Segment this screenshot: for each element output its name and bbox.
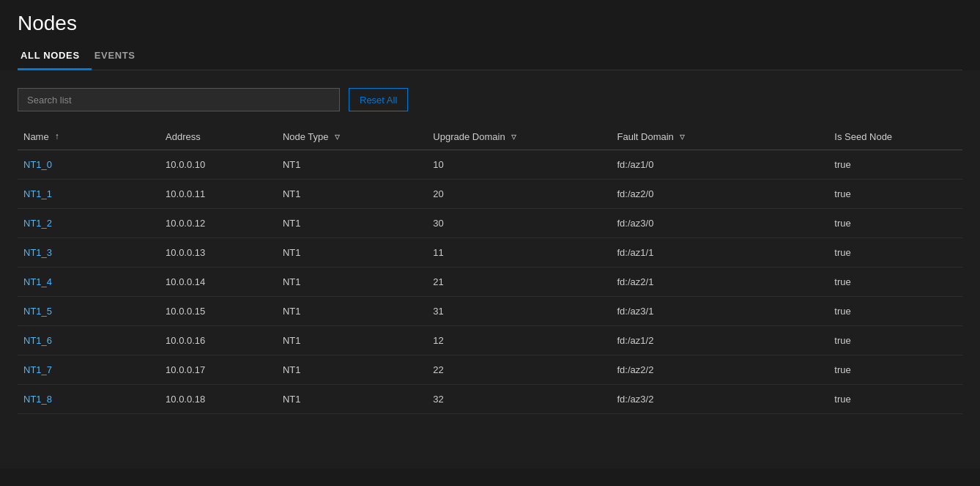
node-fault-domain: fd:/az1/0 xyxy=(612,150,829,180)
col-header-nodetype: Node Type ▿ xyxy=(277,123,427,150)
table-header: Name ↑ Address Node Type ▿ Upgrade Domai… xyxy=(18,123,962,150)
node-name-link[interactable]: NT1_6 xyxy=(23,335,52,346)
node-fault-domain: fd:/az2/1 xyxy=(612,268,829,297)
node-is-seed: true xyxy=(828,150,962,180)
node-name-link[interactable]: NT1_5 xyxy=(23,306,52,317)
node-type: NT1 xyxy=(277,297,427,326)
tab-events[interactable]: EVENTS xyxy=(92,44,147,70)
node-name-link[interactable]: NT1_0 xyxy=(23,159,52,170)
node-type: NT1 xyxy=(277,268,427,297)
node-name-link[interactable]: NT1_7 xyxy=(23,364,52,375)
node-fault-domain: fd:/az2/0 xyxy=(612,180,829,209)
node-upgrade-domain: 10 xyxy=(427,150,611,180)
col-seednode-label: Is Seed Node xyxy=(834,131,892,142)
node-type: NT1 xyxy=(277,180,427,209)
node-upgrade-domain: 32 xyxy=(427,385,611,414)
node-is-seed: true xyxy=(828,297,962,326)
col-header-seednode: Is Seed Node xyxy=(828,123,962,150)
node-address: 10.0.0.10 xyxy=(160,150,277,180)
node-name-link[interactable]: NT1_4 xyxy=(23,276,52,287)
table-row: NT1_110.0.0.11NT120fd:/az2/0true xyxy=(18,180,962,209)
node-fault-domain: fd:/az2/2 xyxy=(612,356,829,385)
node-is-seed: true xyxy=(828,356,962,385)
table-row: NT1_510.0.0.15NT131fd:/az3/1true xyxy=(18,297,962,326)
node-type: NT1 xyxy=(277,209,427,238)
node-is-seed: true xyxy=(828,385,962,414)
filter-icon-upgdomain[interactable]: ▿ xyxy=(511,130,516,142)
filter-icon-nodetype[interactable]: ▿ xyxy=(335,130,340,142)
node-address: 10.0.0.16 xyxy=(160,326,277,356)
table-row: NT1_010.0.0.10NT110fd:/az1/0true xyxy=(18,150,962,180)
node-type: NT1 xyxy=(277,150,427,180)
node-name-link[interactable]: NT1_1 xyxy=(23,188,52,199)
search-input[interactable] xyxy=(18,88,340,111)
node-type: NT1 xyxy=(277,326,427,356)
tab-bar: ALL NODES EVENTS xyxy=(18,44,962,70)
node-name-link[interactable]: NT1_3 xyxy=(23,247,52,258)
node-upgrade-domain: 11 xyxy=(427,238,611,268)
nodes-table: Name ↑ Address Node Type ▿ Upgrade Domai… xyxy=(18,123,962,414)
node-upgrade-domain: 31 xyxy=(427,297,611,326)
toolbar: Reset All xyxy=(18,88,962,111)
node-fault-domain: fd:/az1/2 xyxy=(612,326,829,356)
node-address: 10.0.0.13 xyxy=(160,238,277,268)
node-fault-domain: fd:/az3/1 xyxy=(612,297,829,326)
node-address: 10.0.0.15 xyxy=(160,297,277,326)
col-nodetype-label: Node Type xyxy=(283,131,329,142)
table-row: NT1_710.0.0.17NT122fd:/az2/2true xyxy=(18,356,962,385)
node-upgrade-domain: 21 xyxy=(427,268,611,297)
col-header-address: Address xyxy=(160,123,277,150)
col-header-faultdomain: Fault Domain ▿ xyxy=(612,123,829,150)
node-upgrade-domain: 22 xyxy=(427,356,611,385)
col-address-label: Address xyxy=(166,131,201,142)
sort-icon-name[interactable]: ↑ xyxy=(55,131,59,141)
node-fault-domain: fd:/az1/1 xyxy=(612,238,829,268)
main-content: Reset All Name ↑ Address Node Type ▿ xyxy=(0,70,980,468)
filter-icon-faultdomain[interactable]: ▿ xyxy=(680,130,685,142)
node-address: 10.0.0.14 xyxy=(160,268,277,297)
col-upgdomain-label: Upgrade Domain xyxy=(433,131,505,142)
node-fault-domain: fd:/az3/0 xyxy=(612,209,829,238)
node-fault-domain: fd:/az3/2 xyxy=(612,385,829,414)
node-is-seed: true xyxy=(828,180,962,209)
node-type: NT1 xyxy=(277,238,427,268)
node-name-link[interactable]: NT1_8 xyxy=(23,394,52,405)
node-type: NT1 xyxy=(277,356,427,385)
node-upgrade-domain: 12 xyxy=(427,326,611,356)
header: Nodes ALL NODES EVENTS xyxy=(0,0,980,70)
col-header-upgdomain: Upgrade Domain ▿ xyxy=(427,123,611,150)
node-type: NT1 xyxy=(277,385,427,414)
node-address: 10.0.0.12 xyxy=(160,209,277,238)
node-is-seed: true xyxy=(828,209,962,238)
reset-all-button[interactable]: Reset All xyxy=(349,88,408,111)
node-is-seed: true xyxy=(828,268,962,297)
col-name-label: Name xyxy=(23,131,49,142)
col-header-name: Name ↑ xyxy=(18,123,160,150)
node-is-seed: true xyxy=(828,326,962,356)
table-row: NT1_410.0.0.14NT121fd:/az2/1true xyxy=(18,268,962,297)
node-address: 10.0.0.11 xyxy=(160,180,277,209)
node-is-seed: true xyxy=(828,238,962,268)
table-row: NT1_210.0.0.12NT130fd:/az3/0true xyxy=(18,209,962,238)
node-address: 10.0.0.18 xyxy=(160,385,277,414)
table-row: NT1_610.0.0.16NT112fd:/az1/2true xyxy=(18,326,962,356)
node-upgrade-domain: 20 xyxy=(427,180,611,209)
node-upgrade-domain: 30 xyxy=(427,209,611,238)
page-title: Nodes xyxy=(18,12,962,35)
table-body: NT1_010.0.0.10NT110fd:/az1/0trueNT1_110.… xyxy=(18,150,962,414)
tab-all-nodes[interactable]: ALL NODES xyxy=(18,44,92,70)
col-faultdomain-label: Fault Domain xyxy=(617,131,674,142)
node-name-link[interactable]: NT1_2 xyxy=(23,218,52,229)
table-row: NT1_810.0.0.18NT132fd:/az3/2true xyxy=(18,385,962,414)
node-address: 10.0.0.17 xyxy=(160,356,277,385)
table-row: NT1_310.0.0.13NT111fd:/az1/1true xyxy=(18,238,962,268)
